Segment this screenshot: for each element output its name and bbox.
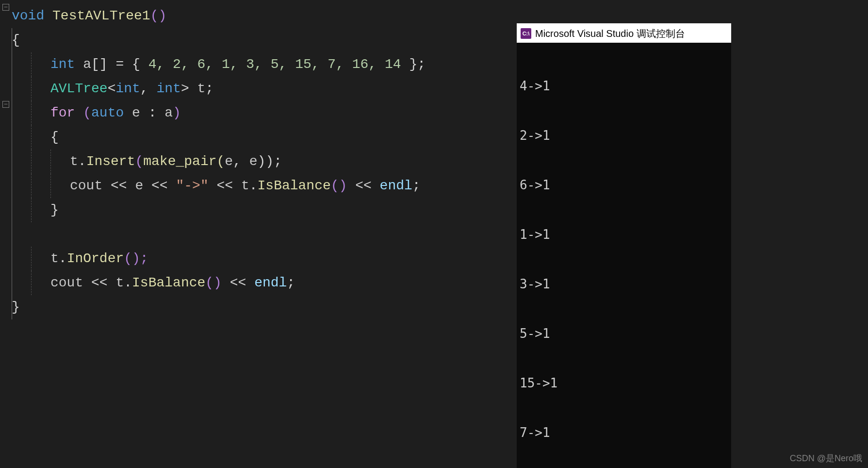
- console-title: Microsoft Visual Studio 调试控制台: [535, 27, 685, 40]
- code-line[interactable]: cout << e << "->" << t.IsBalance() << en…: [0, 174, 517, 198]
- vs-console-icon: C:\: [521, 28, 531, 39]
- brace-close: }: [12, 300, 20, 315]
- method-call: IsBalance: [132, 275, 205, 290]
- keyword: void: [12, 8, 44, 23]
- keyword: for: [50, 105, 75, 120]
- method-call: IsBalance: [258, 178, 331, 193]
- console-title-bar[interactable]: C:\ Microsoft Visual Studio 调试控制台: [517, 24, 731, 43]
- array-values: 4, 2, 6, 1, 3, 5, 15, 7, 16, 14: [148, 57, 401, 72]
- code-line[interactable]: int a[] = { 4, 2, 6, 1, 3, 5, 15, 7, 16,…: [0, 52, 517, 77]
- code-line[interactable]: t.InOrder();: [0, 247, 517, 271]
- code-line[interactable]: [0, 222, 517, 247]
- type-name: AVLTree: [50, 81, 108, 96]
- brace-close: }: [50, 202, 59, 217]
- code-line[interactable]: − void TestAVLTree1(): [0, 4, 517, 28]
- variable: a: [164, 105, 173, 120]
- method-call: InOrder: [67, 251, 124, 266]
- fold-gutter[interactable]: −: [0, 4, 12, 11]
- function-name: TestAVLTree1: [52, 8, 150, 23]
- fold-gutter[interactable]: −: [0, 101, 12, 108]
- code-content[interactable]: void TestAVLTree1(): [12, 4, 517, 28]
- collapse-icon[interactable]: −: [2, 101, 9, 108]
- keyword: auto: [91, 105, 124, 120]
- code-line[interactable]: AVLTree<int, int> t;: [0, 77, 517, 101]
- keyword: int: [50, 57, 75, 72]
- code-editor-pane[interactable]: − void TestAVLTree1() { int a[] = { 4, 2…: [0, 0, 517, 468]
- brace-open: {: [12, 33, 20, 48]
- console-line: 3->1: [520, 276, 728, 292]
- code-line[interactable]: − for (auto e : a): [0, 101, 517, 125]
- variable: e: [124, 105, 148, 120]
- console-line: 2->1: [520, 127, 728, 144]
- watermark: CSDN @是Nero哦: [790, 452, 862, 464]
- code-line[interactable]: }: [0, 198, 517, 222]
- console-line: 6->1: [520, 177, 728, 193]
- code-line[interactable]: {: [0, 28, 517, 52]
- method-call: Insert: [86, 154, 135, 169]
- function-call: make_pair: [143, 154, 216, 169]
- variable: t: [189, 81, 206, 96]
- collapse-icon[interactable]: −: [2, 4, 9, 11]
- console-line: 4->1: [520, 78, 728, 94]
- code-line[interactable]: t.Insert(make_pair(e, e));: [0, 150, 517, 174]
- string-literal: "->": [176, 178, 208, 193]
- code-line[interactable]: cout << t.IsBalance() << endl;: [0, 271, 517, 295]
- console-line: 5->1: [520, 325, 728, 342]
- console-line: 1->1: [520, 226, 728, 243]
- identifier: cout: [70, 178, 102, 193]
- variable: a: [83, 57, 91, 72]
- console-output[interactable]: 4->1 2->1 6->1 1->1 3->1 5->1 15->1 7->1…: [517, 43, 731, 468]
- code-line[interactable]: {: [0, 125, 517, 150]
- code-line[interactable]: }: [0, 295, 517, 319]
- brace-open: {: [50, 130, 59, 145]
- console-line: 15->1: [520, 375, 728, 391]
- console-line: 7->1: [520, 424, 728, 441]
- debug-console-window[interactable]: C:\ Microsoft Visual Studio 调试控制台 4->1 2…: [517, 23, 731, 468]
